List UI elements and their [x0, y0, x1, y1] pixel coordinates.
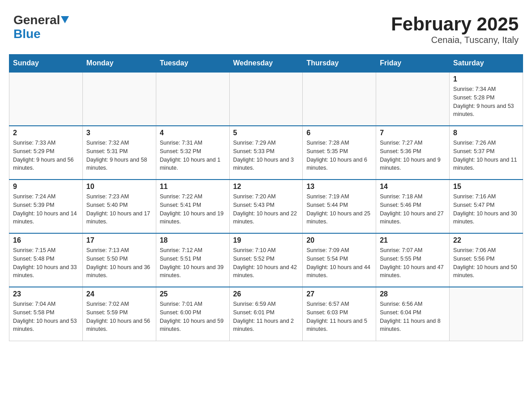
calendar-day-cell: 23Sunrise: 7:04 AMSunset: 5:58 PMDayligh… — [9, 287, 83, 341]
calendar-day-cell: 1Sunrise: 7:34 AMSunset: 5:28 PMDaylight… — [450, 72, 523, 126]
calendar-day-cell — [450, 287, 523, 341]
day-number: 20 — [306, 236, 372, 244]
day-number: 26 — [233, 290, 299, 298]
day-number: 6 — [306, 129, 372, 137]
logo-blue: Blue — [13, 27, 41, 41]
sun-info: Sunrise: 7:27 AMSunset: 5:36 PMDaylight:… — [380, 139, 446, 172]
sun-info: Sunrise: 7:06 AMSunset: 5:56 PMDaylight:… — [453, 246, 519, 280]
calendar-day-cell: 26Sunrise: 6:59 AMSunset: 6:01 PMDayligh… — [229, 287, 303, 341]
calendar-day-cell: 24Sunrise: 7:02 AMSunset: 5:59 PMDayligh… — [82, 287, 156, 341]
sun-info: Sunrise: 7:29 AMSunset: 5:33 PMDaylight:… — [233, 139, 299, 172]
weekday-header-friday: Friday — [376, 55, 450, 73]
calendar-week-row: 23Sunrise: 7:04 AMSunset: 5:58 PMDayligh… — [9, 287, 523, 341]
calendar-week-row: 16Sunrise: 7:15 AMSunset: 5:48 PMDayligh… — [9, 233, 523, 287]
weekday-header-monday: Monday — [82, 55, 156, 73]
calendar-day-cell — [82, 72, 156, 126]
calendar-title: February 2025 — [391, 13, 519, 35]
sun-info: Sunrise: 6:59 AMSunset: 6:01 PMDaylight:… — [233, 300, 299, 334]
day-number: 24 — [86, 290, 152, 298]
calendar-day-cell: 28Sunrise: 6:56 AMSunset: 6:04 PMDayligh… — [376, 287, 450, 341]
calendar-day-cell: 18Sunrise: 7:12 AMSunset: 5:51 PMDayligh… — [156, 233, 229, 287]
calendar-day-cell: 15Sunrise: 7:16 AMSunset: 5:47 PMDayligh… — [450, 180, 523, 233]
sun-info: Sunrise: 7:32 AMSunset: 5:31 PMDaylight:… — [86, 139, 152, 172]
calendar-day-cell: 25Sunrise: 7:01 AMSunset: 6:00 PMDayligh… — [156, 287, 229, 341]
day-number: 9 — [13, 183, 79, 191]
day-number: 3 — [86, 129, 152, 137]
calendar-week-row: 2Sunrise: 7:33 AMSunset: 5:29 PMDaylight… — [9, 126, 523, 180]
sun-info: Sunrise: 7:23 AMSunset: 5:40 PMDaylight:… — [86, 193, 152, 226]
calendar-day-cell: 5Sunrise: 7:29 AMSunset: 5:33 PMDaylight… — [229, 126, 303, 180]
calendar-day-cell: 19Sunrise: 7:10 AMSunset: 5:52 PMDayligh… — [229, 233, 303, 287]
day-number: 12 — [233, 183, 299, 191]
day-number: 28 — [380, 290, 446, 298]
calendar-day-cell: 2Sunrise: 7:33 AMSunset: 5:29 PMDaylight… — [9, 126, 83, 180]
day-number: 23 — [13, 290, 79, 298]
logo-triangle-icon — [61, 16, 69, 23]
weekday-header-thursday: Thursday — [303, 55, 376, 73]
sun-info: Sunrise: 7:31 AMSunset: 5:32 PMDaylight:… — [160, 139, 226, 172]
day-number: 7 — [380, 129, 446, 137]
day-number: 8 — [453, 129, 519, 137]
calendar-week-row: 9Sunrise: 7:24 AMSunset: 5:39 PMDaylight… — [9, 180, 523, 233]
calendar-day-cell: 21Sunrise: 7:07 AMSunset: 5:55 PMDayligh… — [376, 233, 450, 287]
calendar-header-row: SundayMondayTuesdayWednesdayThursdayFrid… — [9, 55, 523, 73]
calendar-day-cell: 6Sunrise: 7:28 AMSunset: 5:35 PMDaylight… — [303, 126, 376, 180]
calendar-table: SundayMondayTuesdayWednesdayThursdayFrid… — [9, 54, 523, 341]
sun-info: Sunrise: 7:19 AMSunset: 5:44 PMDaylight:… — [306, 193, 372, 226]
weekday-header-wednesday: Wednesday — [229, 55, 303, 73]
day-number: 2 — [13, 129, 79, 137]
day-number: 22 — [453, 236, 519, 244]
calendar-day-cell: 8Sunrise: 7:26 AMSunset: 5:37 PMDaylight… — [450, 126, 523, 180]
sun-info: Sunrise: 7:01 AMSunset: 6:00 PMDaylight:… — [160, 300, 226, 334]
calendar-day-cell — [376, 72, 450, 126]
sun-info: Sunrise: 7:22 AMSunset: 5:41 PMDaylight:… — [160, 193, 226, 226]
sun-info: Sunrise: 7:07 AMSunset: 5:55 PMDaylight:… — [380, 246, 446, 280]
calendar-day-cell: 10Sunrise: 7:23 AMSunset: 5:40 PMDayligh… — [82, 180, 156, 233]
sun-info: Sunrise: 7:24 AMSunset: 5:39 PMDaylight:… — [13, 193, 79, 226]
sun-info: Sunrise: 7:12 AMSunset: 5:51 PMDaylight:… — [160, 246, 226, 280]
calendar-day-cell: 17Sunrise: 7:13 AMSunset: 5:50 PMDayligh… — [82, 233, 156, 287]
sun-info: Sunrise: 7:18 AMSunset: 5:46 PMDaylight:… — [380, 193, 446, 226]
calendar-day-cell: 11Sunrise: 7:22 AMSunset: 5:41 PMDayligh… — [156, 180, 229, 233]
sun-info: Sunrise: 7:02 AMSunset: 5:59 PMDaylight:… — [86, 300, 152, 334]
day-number: 5 — [233, 129, 299, 137]
day-number: 11 — [160, 183, 226, 191]
sun-info: Sunrise: 7:33 AMSunset: 5:29 PMDaylight:… — [13, 139, 79, 172]
calendar-subtitle: Cenaia, Tuscany, Italy — [391, 35, 519, 45]
calendar-day-cell: 20Sunrise: 7:09 AMSunset: 5:54 PMDayligh… — [303, 233, 376, 287]
sun-info: Sunrise: 7:09 AMSunset: 5:54 PMDaylight:… — [306, 246, 372, 280]
sun-info: Sunrise: 7:04 AMSunset: 5:58 PMDaylight:… — [13, 300, 79, 334]
calendar-day-cell: 16Sunrise: 7:15 AMSunset: 5:48 PMDayligh… — [9, 233, 83, 287]
page-header: General Blue February 2025 Cenaia, Tusca… — [9, 9, 523, 45]
day-number: 18 — [160, 236, 226, 244]
sun-info: Sunrise: 7:15 AMSunset: 5:48 PMDaylight:… — [13, 246, 79, 280]
day-number: 1 — [453, 75, 519, 83]
day-number: 21 — [380, 236, 446, 244]
sun-info: Sunrise: 6:57 AMSunset: 6:03 PMDaylight:… — [306, 300, 372, 334]
day-number: 16 — [13, 236, 79, 244]
calendar-day-cell — [229, 72, 303, 126]
calendar-day-cell: 13Sunrise: 7:19 AMSunset: 5:44 PMDayligh… — [303, 180, 376, 233]
sun-info: Sunrise: 7:34 AMSunset: 5:28 PMDaylight:… — [453, 85, 519, 119]
weekday-header-tuesday: Tuesday — [156, 55, 229, 73]
weekday-header-saturday: Saturday — [450, 55, 523, 73]
calendar-day-cell: 27Sunrise: 6:57 AMSunset: 6:03 PMDayligh… — [303, 287, 376, 341]
day-number: 4 — [160, 129, 226, 137]
sun-info: Sunrise: 7:26 AMSunset: 5:37 PMDaylight:… — [453, 139, 519, 172]
day-number: 14 — [380, 183, 446, 191]
calendar-day-cell: 3Sunrise: 7:32 AMSunset: 5:31 PMDaylight… — [82, 126, 156, 180]
calendar-day-cell — [156, 72, 229, 126]
day-number: 25 — [160, 290, 226, 298]
day-number: 17 — [86, 236, 152, 244]
calendar-day-cell — [9, 72, 83, 126]
sun-info: Sunrise: 7:28 AMSunset: 5:35 PMDaylight:… — [306, 139, 372, 172]
day-number: 19 — [233, 236, 299, 244]
sun-info: Sunrise: 7:13 AMSunset: 5:50 PMDaylight:… — [86, 246, 152, 280]
calendar-day-cell: 22Sunrise: 7:06 AMSunset: 5:56 PMDayligh… — [450, 233, 523, 287]
day-number: 10 — [86, 183, 152, 191]
sun-info: Sunrise: 6:56 AMSunset: 6:04 PMDaylight:… — [380, 300, 446, 334]
calendar-day-cell: 14Sunrise: 7:18 AMSunset: 5:46 PMDayligh… — [376, 180, 450, 233]
calendar-day-cell — [303, 72, 376, 126]
calendar-day-cell: 12Sunrise: 7:20 AMSunset: 5:43 PMDayligh… — [229, 180, 303, 233]
calendar-day-cell: 4Sunrise: 7:31 AMSunset: 5:32 PMDaylight… — [156, 126, 229, 180]
